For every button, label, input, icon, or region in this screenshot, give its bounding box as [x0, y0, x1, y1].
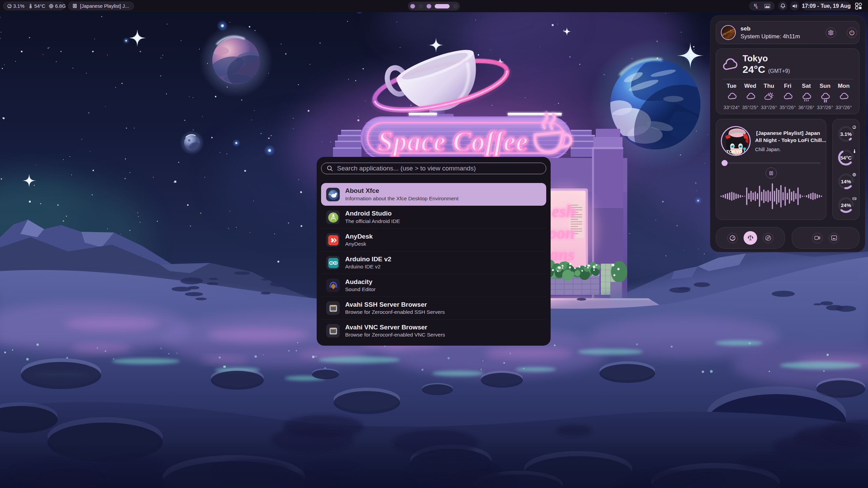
svg-text:Space Coffee: Space Coffee	[378, 126, 528, 156]
svg-text:TOKYO L: TOKYO L	[726, 149, 747, 154]
svg-text:esh: esh	[552, 202, 575, 221]
svg-text:oon: oon	[548, 223, 575, 242]
svg-text:ans: ans	[550, 245, 574, 264]
svg-text:c: c	[756, 5, 758, 9]
